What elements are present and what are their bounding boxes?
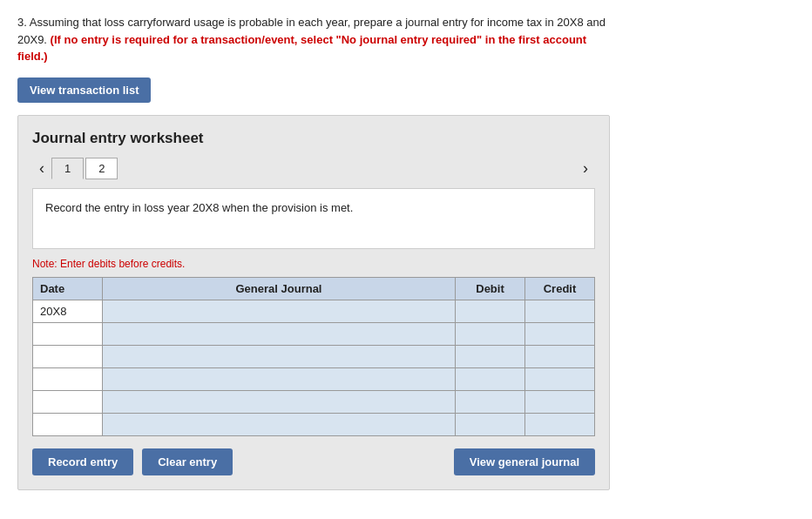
debit-input-6[interactable] xyxy=(456,414,524,435)
description-box: Record the entry in loss year 20X8 when … xyxy=(32,188,595,249)
debit-cell-2[interactable] xyxy=(456,322,525,345)
table-row xyxy=(33,367,595,390)
worksheet-container: Journal entry worksheet ‹ 1 2 › Record t… xyxy=(17,115,610,490)
journal-cell-2[interactable] xyxy=(103,322,456,345)
debit-cell-3[interactable] xyxy=(456,345,525,367)
debit-input-3[interactable] xyxy=(456,346,524,367)
date-cell-2 xyxy=(33,322,103,345)
tab-next-button[interactable]: › xyxy=(576,158,595,179)
credit-cell-5[interactable] xyxy=(525,390,595,413)
journal-input-4[interactable] xyxy=(103,368,455,390)
journal-cell-4[interactable] xyxy=(103,367,456,390)
journal-cell-5[interactable] xyxy=(103,390,456,413)
note-text: Note: Enter debits before credits. xyxy=(32,258,595,270)
question-text: 3. Assuming that loss carryforward usage… xyxy=(17,14,610,65)
table-row xyxy=(33,390,595,413)
debit-input-2[interactable] xyxy=(456,323,524,345)
clear-entry-button[interactable]: Clear entry xyxy=(142,448,233,475)
date-cell-3 xyxy=(33,345,103,367)
credit-input-2[interactable] xyxy=(525,323,594,345)
button-row: Record entry Clear entry View general jo… xyxy=(32,448,595,475)
date-cell-6 xyxy=(33,413,103,435)
date-cell-4 xyxy=(33,367,103,390)
col-header-date: Date xyxy=(33,277,103,300)
credit-input-4[interactable] xyxy=(525,368,594,390)
credit-cell-4[interactable] xyxy=(525,367,595,390)
journal-input-5[interactable] xyxy=(103,391,455,413)
table-row xyxy=(33,413,595,435)
credit-cell-6[interactable] xyxy=(525,413,595,435)
credit-cell-1[interactable] xyxy=(525,300,595,322)
journal-input-1[interactable] xyxy=(103,300,455,322)
date-cell-1: 20X8 xyxy=(33,300,103,322)
table-row: 20X8 xyxy=(33,300,595,322)
debit-cell-6[interactable] xyxy=(456,413,525,435)
tab-navigation: ‹ 1 2 › xyxy=(32,158,595,179)
debit-cell-5[interactable] xyxy=(456,390,525,413)
date-value-1: 20X8 xyxy=(40,305,66,318)
journal-cell-6[interactable] xyxy=(103,413,456,435)
journal-input-3[interactable] xyxy=(103,346,455,367)
credit-input-5[interactable] xyxy=(525,391,594,413)
tab-1[interactable]: 1 xyxy=(51,158,84,179)
view-general-journal-button[interactable]: View general journal xyxy=(454,448,595,475)
question-bold-red: (If no entry is required for a transacti… xyxy=(17,33,586,64)
credit-input-3[interactable] xyxy=(525,346,594,367)
credit-input-6[interactable] xyxy=(525,414,594,435)
table-row xyxy=(33,322,595,345)
journal-cell-3[interactable] xyxy=(103,345,456,367)
debit-cell-4[interactable] xyxy=(456,367,525,390)
col-header-debit: Debit xyxy=(456,277,525,300)
debit-input-5[interactable] xyxy=(456,391,524,413)
worksheet-title: Journal entry worksheet xyxy=(32,130,595,147)
col-header-credit: Credit xyxy=(525,277,595,300)
tab-2[interactable]: 2 xyxy=(85,158,118,179)
debit-input-1[interactable] xyxy=(456,300,524,322)
journal-input-2[interactable] xyxy=(103,323,455,345)
journal-table: Date General Journal Debit Credit 20X8 xyxy=(32,277,595,436)
debit-cell-1[interactable] xyxy=(456,300,525,322)
view-transaction-button[interactable]: View transaction list xyxy=(17,78,151,103)
record-entry-button[interactable]: Record entry xyxy=(32,448,133,475)
credit-input-1[interactable] xyxy=(525,300,594,322)
credit-cell-3[interactable] xyxy=(525,345,595,367)
description-text: Record the entry in loss year 20X8 when … xyxy=(45,201,353,214)
journal-cell-1[interactable] xyxy=(103,300,456,322)
journal-input-6[interactable] xyxy=(103,414,455,435)
debit-input-4[interactable] xyxy=(456,368,524,390)
date-cell-5 xyxy=(33,390,103,413)
credit-cell-2[interactable] xyxy=(525,322,595,345)
col-header-journal: General Journal xyxy=(103,277,456,300)
table-row xyxy=(33,345,595,367)
tab-prev-button[interactable]: ‹ xyxy=(32,158,51,179)
